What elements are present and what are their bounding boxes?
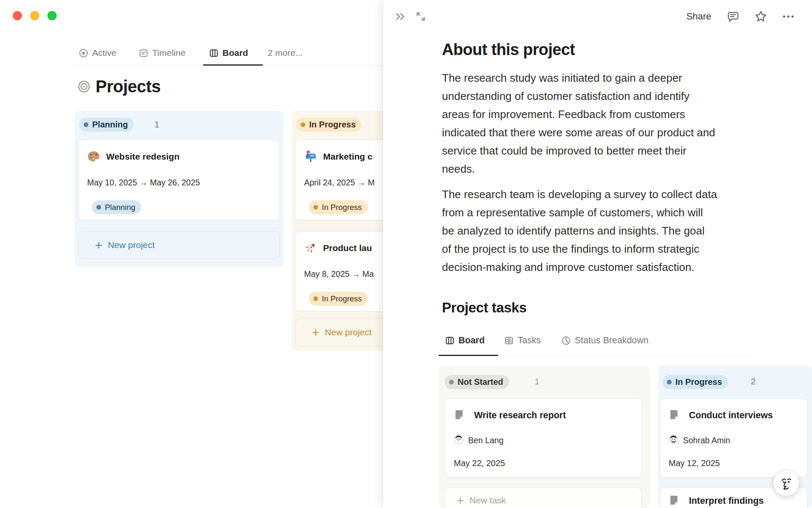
timeline-icon <box>139 48 148 58</box>
page-icon <box>669 495 679 507</box>
avatar-ben-lang <box>454 434 464 446</box>
page-icon <box>669 409 679 422</box>
task-tab-label: Status Breakdown <box>575 335 649 346</box>
status-dot <box>313 205 318 210</box>
column-count: 1 <box>154 119 159 130</box>
column-count: 2 <box>751 376 756 387</box>
view-tab-timeline[interactable]: Timeline <box>139 48 186 58</box>
view-tab-board[interactable]: Board <box>209 48 248 58</box>
avatar-sohrab-amin <box>669 434 678 446</box>
star-circle-icon <box>79 48 88 58</box>
card-dates: April 24, 2025 → M <box>304 178 375 188</box>
card-tag: Planning <box>92 200 141 214</box>
close-peek-chevrons-icon[interactable] <box>394 10 407 23</box>
task-tab-tasks[interactable]: Tasks <box>504 335 541 346</box>
card-tag: In Progress <box>309 292 368 306</box>
plus-icon <box>94 241 103 250</box>
card-dates: May 10, 2025 → May 26, 2025 <box>87 178 200 188</box>
favorite-star-icon[interactable] <box>754 10 768 23</box>
column-count: 1 <box>535 376 540 387</box>
status-label: Planning <box>92 120 128 130</box>
view-tab-label: 2 more... <box>268 48 303 58</box>
active-tab-underline <box>203 64 263 66</box>
column-status-pill[interactable]: Not Started <box>444 375 509 389</box>
column-status-pill[interactable]: In Progress <box>662 375 728 389</box>
doc-paragraph: The research study was initiated to gain… <box>442 69 770 178</box>
task-title: Write research report <box>474 410 566 421</box>
more-options-icon[interactable] <box>782 13 795 20</box>
task-tab-label: Board <box>458 335 485 346</box>
table-icon <box>504 336 514 345</box>
column-status-pill[interactable]: In Progress <box>296 118 362 132</box>
zoom-window-button[interactable] <box>47 11 57 20</box>
status-dot <box>313 296 318 301</box>
task-date: May 22, 2025 <box>454 458 505 468</box>
board-icon <box>445 336 455 345</box>
tag-label: Planning <box>105 203 135 212</box>
page-title: Projects <box>96 77 161 96</box>
task-title: Conduct interviews <box>689 410 773 421</box>
task-date: May 12, 2025 <box>669 458 720 468</box>
card-dates: May 8, 2025 → Ma <box>304 269 374 279</box>
pie-chart-icon <box>561 336 571 345</box>
card-title: Website redesign <box>106 152 180 162</box>
board-icon <box>209 48 219 58</box>
task-assignee: Ben Lang <box>468 436 504 445</box>
task-card-write-research-report[interactable]: Write research report Ben Lang May 22, 2… <box>445 398 642 478</box>
new-task-button[interactable]: New task <box>445 487 642 508</box>
doc-paragraph: The research team is developing a survey… <box>442 185 770 276</box>
project-card-website-redesign[interactable]: Website redesign May 10, 2025 → May 26, … <box>78 140 280 220</box>
status-label: In Progress <box>309 120 356 130</box>
view-tab-label: Active <box>92 48 116 58</box>
close-window-button[interactable] <box>13 11 22 20</box>
task-assignee: Sohrab Amin <box>683 436 730 445</box>
task-tab-status-breakdown[interactable]: Status Breakdown <box>561 335 649 346</box>
active-task-tab-underline <box>439 355 498 356</box>
status-label: In Progress <box>675 377 722 387</box>
notion-window: Active Timeline Board 2 more... Projects… <box>0 0 812 508</box>
status-dot <box>449 380 454 384</box>
task-tab-board[interactable]: Board <box>445 335 485 346</box>
tag-label: In Progress <box>322 203 362 212</box>
view-tab-label: Timeline <box>152 48 186 58</box>
task-title: Interpret findings <box>689 496 764 506</box>
task-tab-label: Tasks <box>518 335 541 346</box>
artist-palette-emoji <box>87 150 100 165</box>
doc-heading: About this project <box>442 41 575 59</box>
status-dot <box>301 122 305 127</box>
expand-full-page-icon[interactable] <box>414 10 427 23</box>
new-project-button[interactable]: New project <box>78 231 280 259</box>
new-project-label: New project <box>108 240 155 250</box>
doodle-face-icon <box>778 475 794 491</box>
card-title: Marketing c <box>323 152 373 162</box>
column-status-pill[interactable]: Planning <box>79 118 134 132</box>
comments-icon[interactable] <box>727 10 740 23</box>
status-dot <box>84 122 88 127</box>
share-button[interactable]: Share <box>686 11 711 22</box>
side-peek-panel: Share About this project The research st… <box>383 0 812 508</box>
tag-label: In Progress <box>322 294 362 304</box>
open-mailbox-emoji <box>304 150 317 165</box>
task-card-conduct-interviews[interactable]: Conduct interviews Sohrab Amin May 12, 2… <box>660 398 808 478</box>
rocket-emoji <box>304 241 317 256</box>
plus-icon <box>311 328 320 337</box>
status-dot <box>667 380 672 384</box>
plus-icon <box>456 496 465 505</box>
new-project-label: New project <box>325 327 372 337</box>
tasks-heading: Project tasks <box>442 300 527 316</box>
target-icon[interactable] <box>77 80 91 95</box>
status-dot <box>96 205 101 210</box>
new-task-label: New task <box>469 495 506 505</box>
view-tab-label: Board <box>222 48 248 58</box>
view-tab-more[interactable]: 2 more... <box>268 48 303 58</box>
card-title: Product lau <box>323 243 372 253</box>
status-label: Not Started <box>458 377 503 387</box>
card-tag: In Progress <box>309 200 368 214</box>
notion-faces-button[interactable] <box>773 470 799 496</box>
minimize-window-button[interactable] <box>30 11 39 20</box>
page-icon <box>454 409 464 422</box>
view-tab-active[interactable]: Active <box>79 48 116 58</box>
